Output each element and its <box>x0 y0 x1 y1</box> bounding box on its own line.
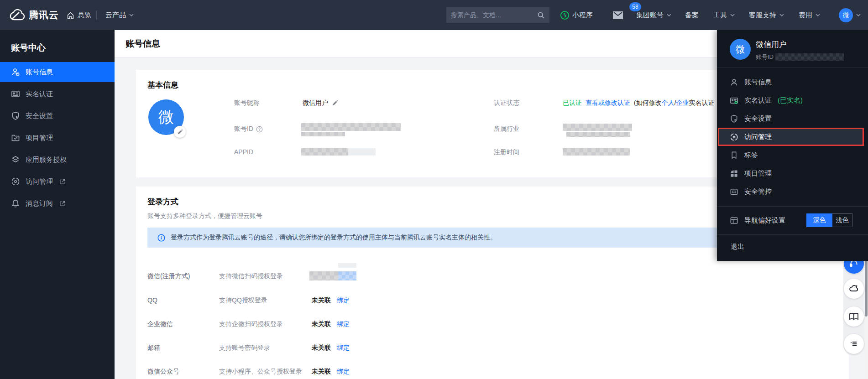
sidebar-item-identity-verification[interactable]: 实名认证 <box>0 83 115 105</box>
personal-auth-link[interactable]: 个人 <box>662 99 675 107</box>
panel-item-tags[interactable]: 标签 <box>717 146 868 164</box>
nav-tools[interactable]: 工具 <box>713 0 735 30</box>
wechat-binding-redacted-top <box>338 263 356 268</box>
bell-icon <box>11 199 20 208</box>
panel-nav-preference: 导航偏好设置 深色 浅色 <box>717 211 868 229</box>
sidebar-item-message-subscription[interactable]: 消息订阅 <box>0 192 115 214</box>
info-circle-icon <box>157 234 165 242</box>
search-box <box>446 7 549 23</box>
avatar-edit-button[interactable] <box>174 126 186 138</box>
sidebar-item-project-management[interactable]: 项目管理 <box>0 127 115 149</box>
bookmark-icon <box>730 151 738 160</box>
email-bind-link[interactable]: 绑定 <box>337 344 350 352</box>
panel-divider <box>717 206 868 207</box>
industry-redacted-2 <box>566 132 630 137</box>
auth-status-value: 已认证 查看或修改认证 (如何修改个人/企业实名认证 <box>563 99 715 107</box>
qq-bind-link[interactable]: 绑定 <box>337 296 350 305</box>
info-banner-text: 登录方式作为登录腾讯云账号的途径，请确认您所绑定的登录方式的使用主体与当前腾讯云… <box>171 234 497 242</box>
chevron-down-icon <box>856 14 861 16</box>
chevron-down-icon <box>816 14 820 16</box>
mini-program-icon <box>560 11 569 20</box>
auth-status-label: 认证状态 <box>494 99 519 107</box>
nav-support[interactable]: 客服支持 <box>749 0 784 30</box>
help-question-icon[interactable] <box>256 126 263 133</box>
feedback-list-button[interactable] <box>844 334 864 354</box>
official-account-status: 未关联 <box>312 368 331 376</box>
id-card-check-icon <box>730 96 738 105</box>
navbar-divider <box>96 10 97 20</box>
wecom-status: 未关联 <box>312 320 331 328</box>
auth-modify-link[interactable]: 查看或修改认证 <box>586 99 630 107</box>
basic-info-title: 基本信息 <box>147 80 178 90</box>
external-link-icon <box>59 179 65 185</box>
nav-billing[interactable]: 费用 <box>799 0 820 30</box>
nav-mail[interactable] <box>613 0 623 30</box>
profile-panel: 微 微信用户 账号ID 账号信息 实名认证 (已 <box>717 30 868 261</box>
nav-beian[interactable]: 备案 <box>685 0 699 30</box>
panel-menu: 账号信息 实名认证 (已实名) 安全设置 <box>717 73 868 201</box>
panel-item-security-control[interactable]: 安全管控 <box>717 182 868 201</box>
user-card-icon <box>11 67 20 77</box>
nav-group-account[interactable]: 集团账号 <box>636 0 671 30</box>
email-status: 未关联 <box>312 344 331 352</box>
folder-check-icon <box>11 133 20 142</box>
brand-name: 腾讯云 <box>29 9 59 21</box>
sidebar-item-access-management[interactable]: 访问管理 <box>0 171 115 192</box>
user-icon <box>730 78 738 87</box>
official-account-bind-link[interactable]: 绑定 <box>337 368 350 376</box>
panel-item-account-info[interactable]: 账号信息 <box>717 73 868 91</box>
cam-compass-icon <box>11 177 20 186</box>
account-id-redacted-2 <box>301 132 345 136</box>
panel-item-identity-verification[interactable]: 实名认证 (已实名) <box>717 91 868 109</box>
layers-icon <box>11 155 20 164</box>
pencil-icon <box>177 129 183 135</box>
industry-redacted <box>563 124 632 131</box>
user-avatar[interactable]: 微 <box>839 8 853 22</box>
page-title: 账号信息 <box>125 38 160 50</box>
open-book-icon <box>848 311 859 322</box>
panel-user-name: 微信用户 <box>756 39 787 50</box>
layout-icon <box>730 216 738 225</box>
nickname-value: 微信用户 <box>303 99 338 107</box>
cam-compass-icon <box>730 133 738 141</box>
nickname-edit-icon[interactable] <box>332 100 338 106</box>
panel-avatar: 微 <box>730 39 751 60</box>
account-id-label: 账号ID <box>234 125 263 133</box>
logout-button[interactable]: 退出 <box>717 238 868 256</box>
auth-hint: (如何修改个人/企业实名认证 <box>634 99 715 107</box>
appid-label: APPID <box>234 148 253 156</box>
nav-mini-program[interactable]: 小程序 <box>560 0 593 30</box>
wecom-bind-link[interactable]: 绑定 <box>337 320 350 328</box>
brand-logo[interactable]: 腾讯云 <box>9 0 59 30</box>
theme-light-button[interactable]: 浅色 <box>832 213 852 227</box>
panel-divider <box>717 67 868 68</box>
sidebar-item-app-service-auth[interactable]: 应用服务授权 <box>0 149 115 171</box>
verified-badge: (已实名) <box>778 96 803 105</box>
avatar-caret[interactable] <box>856 0 861 30</box>
home-icon <box>67 11 74 19</box>
shield-icon <box>730 114 738 123</box>
list-icon <box>849 339 859 349</box>
panel-divider <box>717 234 868 235</box>
sidebar-item-account-info[interactable]: 账号信息 <box>0 62 115 82</box>
tencent-cloud-icon <box>9 9 26 21</box>
chevron-down-icon <box>730 14 735 16</box>
appid-redacted <box>301 148 348 156</box>
cloud-assistant-button[interactable] <box>844 279 864 299</box>
wechat-binding-redacted-blue <box>338 271 356 280</box>
panel-item-security-settings[interactable]: 安全设置 <box>717 109 868 128</box>
panel-item-access-management[interactable]: 访问管理 <box>718 128 864 146</box>
docs-button[interactable] <box>844 306 864 327</box>
enterprise-auth-link[interactable]: 企业 <box>676 99 689 107</box>
theme-dark-button[interactable]: 深色 <box>806 213 832 227</box>
search-icon[interactable] <box>537 11 545 19</box>
login-methods-subtitle: 账号支持多种登录方式，便捷管理云账号 <box>147 212 262 220</box>
search-input[interactable] <box>451 11 537 19</box>
nav-cloud-products[interactable]: 云产品 <box>105 0 134 30</box>
nav-overview[interactable]: 总览 <box>67 0 91 30</box>
blocks-icon <box>730 169 738 178</box>
sidebar-item-security-settings[interactable]: 安全设置 <box>0 105 115 127</box>
floating-toolbar <box>843 254 864 356</box>
panel-item-project-management[interactable]: 项目管理 <box>717 164 868 182</box>
top-navbar: 腾讯云 总览 云产品 小程序 <box>0 0 868 30</box>
